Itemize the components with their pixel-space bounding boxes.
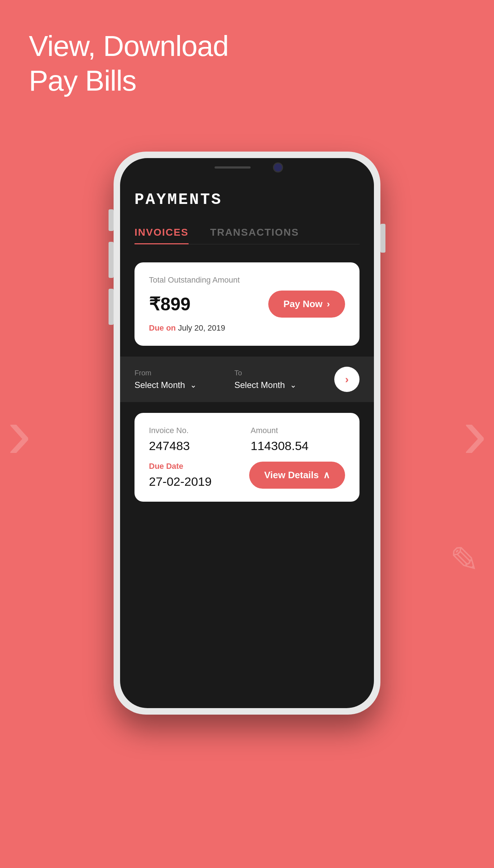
- to-chevron-icon: ⌄: [290, 380, 296, 390]
- invoice-grid: Invoice No. 247483 Amount 114308.54: [149, 426, 345, 453]
- filter-go-button[interactable]: ›: [334, 367, 360, 392]
- due-date-row: Due on July 20, 2019: [149, 323, 345, 333]
- invoice-no-label: Invoice No.: [149, 426, 243, 435]
- outstanding-row: ₹899 Pay Now ›: [149, 291, 345, 318]
- phone-screen: PAYMENTS INVOICES TRANSACTIONS Total Out…: [120, 158, 374, 708]
- invoice-amount-field: Amount 114308.54: [251, 426, 345, 453]
- phone-volume-up-button: [109, 242, 114, 278]
- phone-frame: PAYMENTS INVOICES TRANSACTIONS Total Out…: [114, 152, 380, 715]
- invoice-no-field: Invoice No. 247483: [149, 426, 243, 453]
- phone-power-button: [380, 224, 385, 253]
- app-title: PAYMENTS: [134, 191, 360, 209]
- to-select-value: Select Month: [234, 380, 285, 390]
- to-select[interactable]: Select Month ⌄: [234, 380, 327, 390]
- screen-content: PAYMENTS INVOICES TRANSACTIONS Total Out…: [120, 158, 374, 708]
- invoice-no-value: 247483: [149, 439, 243, 453]
- phone-notch: [197, 158, 297, 177]
- from-filter: From Select Month ⌄: [134, 369, 227, 390]
- front-camera: [273, 162, 283, 173]
- header-title: View, Download Pay Bills: [29, 29, 229, 98]
- header-section: View, Download Pay Bills: [29, 29, 229, 98]
- phone-mute-button: [109, 209, 114, 231]
- filter-arrow-icon: ›: [345, 373, 349, 385]
- filter-row: From Select Month ⌄ To Select Month ⌄: [120, 357, 374, 402]
- phone-mockup: PAYMENTS INVOICES TRANSACTIONS Total Out…: [114, 152, 380, 715]
- deco-pencil-icon: ✏: [441, 536, 488, 583]
- invoice-due-date-value: 27-02-2019: [149, 475, 212, 489]
- tab-bar: INVOICES TRANSACTIONS: [134, 227, 360, 244]
- outstanding-card: Total Outstanding Amount ₹899 Pay Now › …: [134, 262, 360, 346]
- pay-now-button[interactable]: Pay Now ›: [268, 291, 345, 318]
- tab-invoices[interactable]: INVOICES: [134, 227, 189, 244]
- deco-arrow-left: ›: [7, 397, 31, 469]
- to-label: To: [234, 369, 327, 377]
- from-chevron-icon: ⌄: [190, 380, 197, 390]
- invoice-card: Invoice No. 247483 Amount 114308.54 Due …: [134, 413, 360, 502]
- deco-arrow-right: ›: [463, 397, 487, 469]
- from-select-value: Select Month: [134, 380, 185, 390]
- outstanding-amount: ₹899: [149, 294, 190, 315]
- view-details-button[interactable]: View Details ∧: [249, 462, 345, 489]
- chevron-up-icon: ∧: [323, 470, 330, 481]
- phone-volume-down-button: [109, 289, 114, 325]
- arrow-right-icon: ›: [327, 298, 330, 310]
- from-select[interactable]: Select Month ⌄: [134, 380, 227, 390]
- invoice-amount-label: Amount: [251, 426, 345, 435]
- to-filter: To Select Month ⌄: [234, 369, 327, 390]
- notch-bar: [215, 166, 251, 169]
- invoice-amount-value: 114308.54: [251, 439, 345, 453]
- invoice-due-date-label: Due Date: [149, 462, 212, 471]
- invoice-due-date-field: Due Date 27-02-2019: [149, 462, 212, 489]
- due-date: July 20, 2019: [178, 323, 225, 332]
- from-label: From: [134, 369, 227, 377]
- due-label: Due on: [149, 323, 176, 332]
- outstanding-label: Total Outstanding Amount: [149, 275, 345, 285]
- tab-transactions[interactable]: TRANSACTIONS: [210, 227, 299, 244]
- invoice-bottom-row: Due Date 27-02-2019 View Details ∧: [149, 462, 345, 489]
